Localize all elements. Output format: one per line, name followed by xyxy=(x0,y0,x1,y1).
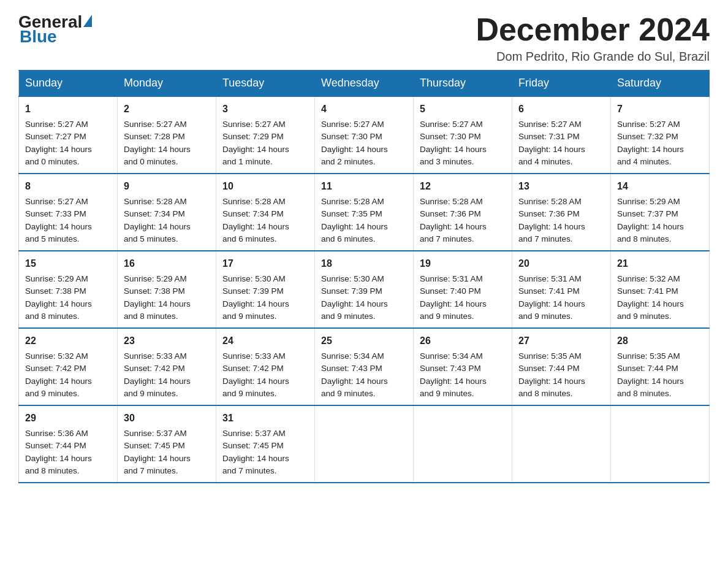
calendar-cell: 24Sunrise: 5:33 AMSunset: 7:42 PMDayligh… xyxy=(216,328,315,405)
calendar-cell: 23Sunrise: 5:33 AMSunset: 7:42 PMDayligh… xyxy=(118,328,216,405)
weekday-header-wednesday: Wednesday xyxy=(315,71,414,97)
day-number: 2 xyxy=(124,102,210,117)
day-number: 24 xyxy=(222,334,308,348)
calendar-cell: 30Sunrise: 5:37 AMSunset: 7:45 PMDayligh… xyxy=(118,405,216,483)
day-number: 14 xyxy=(617,179,703,194)
calendar-week-row: 15Sunrise: 5:29 AMSunset: 7:38 PMDayligh… xyxy=(19,251,710,328)
weekday-header-monday: Monday xyxy=(118,71,216,97)
calendar-cell: 2Sunrise: 5:27 AMSunset: 7:28 PMDaylight… xyxy=(118,96,216,174)
calendar-cell: 17Sunrise: 5:30 AMSunset: 7:39 PMDayligh… xyxy=(216,251,315,328)
day-number: 19 xyxy=(420,256,506,271)
calendar-cell: 19Sunrise: 5:31 AMSunset: 7:40 PMDayligh… xyxy=(414,251,512,328)
calendar-cell: 3Sunrise: 5:27 AMSunset: 7:29 PMDaylight… xyxy=(216,96,315,174)
day-number: 21 xyxy=(617,256,703,271)
calendar-cell xyxy=(315,405,414,483)
calendar-table: SundayMondayTuesdayWednesdayThursdayFrid… xyxy=(18,70,710,483)
calendar-cell: 25Sunrise: 5:34 AMSunset: 7:43 PMDayligh… xyxy=(315,328,414,405)
calendar-cell: 20Sunrise: 5:31 AMSunset: 7:41 PMDayligh… xyxy=(512,251,611,328)
calendar-header: SundayMondayTuesdayWednesdayThursdayFrid… xyxy=(19,71,710,97)
logo: General Blue xyxy=(18,12,93,47)
weekday-header-sunday: Sunday xyxy=(19,71,118,97)
logo-blue-text: Blue xyxy=(20,27,57,46)
weekday-header-row: SundayMondayTuesdayWednesdayThursdayFrid… xyxy=(19,71,710,97)
page-header: General Blue December 2024 Dom Pedrito, … xyxy=(18,12,710,64)
calendar-cell: 21Sunrise: 5:32 AMSunset: 7:41 PMDayligh… xyxy=(611,251,710,328)
day-number: 30 xyxy=(124,411,210,426)
day-number: 17 xyxy=(222,256,308,271)
day-number: 18 xyxy=(321,256,407,271)
calendar-cell: 13Sunrise: 5:28 AMSunset: 7:36 PMDayligh… xyxy=(512,174,611,251)
calendar-week-row: 8Sunrise: 5:27 AMSunset: 7:33 PMDaylight… xyxy=(19,174,710,251)
calendar-cell: 5Sunrise: 5:27 AMSunset: 7:30 PMDaylight… xyxy=(414,96,512,174)
day-number: 16 xyxy=(124,256,210,271)
calendar-cell: 8Sunrise: 5:27 AMSunset: 7:33 PMDaylight… xyxy=(19,174,118,251)
calendar-cell: 28Sunrise: 5:35 AMSunset: 7:44 PMDayligh… xyxy=(611,328,710,405)
day-number: 27 xyxy=(518,334,604,348)
day-number: 28 xyxy=(617,334,703,348)
calendar-cell: 12Sunrise: 5:28 AMSunset: 7:36 PMDayligh… xyxy=(414,174,512,251)
calendar-cell: 1Sunrise: 5:27 AMSunset: 7:27 PMDaylight… xyxy=(19,96,118,174)
month-title: December 2024 xyxy=(476,12,710,47)
calendar-week-row: 29Sunrise: 5:36 AMSunset: 7:44 PMDayligh… xyxy=(19,405,710,483)
calendar-cell: 6Sunrise: 5:27 AMSunset: 7:31 PMDaylight… xyxy=(512,96,611,174)
calendar-cell xyxy=(611,405,710,483)
weekday-header-tuesday: Tuesday xyxy=(216,71,315,97)
calendar-cell: 15Sunrise: 5:29 AMSunset: 7:38 PMDayligh… xyxy=(19,251,118,328)
calendar-cell: 11Sunrise: 5:28 AMSunset: 7:35 PMDayligh… xyxy=(315,174,414,251)
calendar-cell: 29Sunrise: 5:36 AMSunset: 7:44 PMDayligh… xyxy=(19,405,118,483)
day-number: 29 xyxy=(25,411,111,426)
day-number: 31 xyxy=(222,411,308,426)
calendar-cell xyxy=(512,405,611,483)
day-number: 11 xyxy=(321,179,407,194)
day-number: 6 xyxy=(518,102,604,117)
calendar-week-row: 22Sunrise: 5:32 AMSunset: 7:42 PMDayligh… xyxy=(19,328,710,405)
calendar-cell: 27Sunrise: 5:35 AMSunset: 7:44 PMDayligh… xyxy=(512,328,611,405)
calendar-cell: 22Sunrise: 5:32 AMSunset: 7:42 PMDayligh… xyxy=(19,328,118,405)
day-number: 8 xyxy=(25,179,111,194)
title-block: December 2024 Dom Pedrito, Rio Grande do… xyxy=(476,12,710,64)
logo-arrow-icon xyxy=(83,15,92,27)
calendar-cell: 14Sunrise: 5:29 AMSunset: 7:37 PMDayligh… xyxy=(611,174,710,251)
calendar-cell: 31Sunrise: 5:37 AMSunset: 7:45 PMDayligh… xyxy=(216,405,315,483)
day-number: 1 xyxy=(25,102,111,117)
day-number: 26 xyxy=(420,334,506,348)
day-number: 13 xyxy=(518,179,604,194)
weekday-header-saturday: Saturday xyxy=(611,71,710,97)
day-number: 3 xyxy=(222,102,308,117)
day-number: 4 xyxy=(321,102,407,117)
day-number: 15 xyxy=(25,256,111,271)
day-number: 10 xyxy=(222,179,308,194)
calendar-body: 1Sunrise: 5:27 AMSunset: 7:27 PMDaylight… xyxy=(19,96,710,483)
calendar-cell: 26Sunrise: 5:34 AMSunset: 7:43 PMDayligh… xyxy=(414,328,512,405)
day-number: 5 xyxy=(420,102,506,117)
calendar-cell: 10Sunrise: 5:28 AMSunset: 7:34 PMDayligh… xyxy=(216,174,315,251)
day-number: 9 xyxy=(124,179,210,194)
weekday-header-thursday: Thursday xyxy=(414,71,512,97)
calendar-week-row: 1Sunrise: 5:27 AMSunset: 7:27 PMDaylight… xyxy=(19,96,710,174)
day-number: 12 xyxy=(420,179,506,194)
day-number: 25 xyxy=(321,334,407,348)
calendar-cell xyxy=(414,405,512,483)
calendar-cell: 7Sunrise: 5:27 AMSunset: 7:32 PMDaylight… xyxy=(611,96,710,174)
day-number: 7 xyxy=(617,102,703,117)
weekday-header-friday: Friday xyxy=(512,71,611,97)
calendar-cell: 4Sunrise: 5:27 AMSunset: 7:30 PMDaylight… xyxy=(315,96,414,174)
calendar-cell: 16Sunrise: 5:29 AMSunset: 7:38 PMDayligh… xyxy=(118,251,216,328)
calendar-cell: 18Sunrise: 5:30 AMSunset: 7:39 PMDayligh… xyxy=(315,251,414,328)
day-number: 22 xyxy=(25,334,111,348)
calendar-cell: 9Sunrise: 5:28 AMSunset: 7:34 PMDaylight… xyxy=(118,174,216,251)
day-number: 23 xyxy=(124,334,210,348)
day-number: 20 xyxy=(518,256,604,271)
location-text: Dom Pedrito, Rio Grande do Sul, Brazil xyxy=(476,50,710,64)
